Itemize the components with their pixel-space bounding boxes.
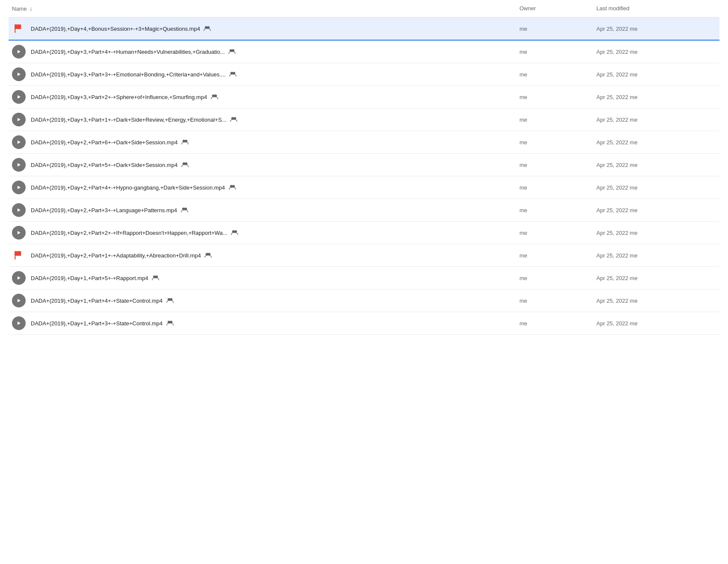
name-cell: DADA+(2019),+Day+2,+Part+6+-+Dark+Side+S… [12, 135, 520, 149]
name-column-header[interactable]: Name ↓ [12, 5, 520, 12]
owner-cell: me [520, 275, 596, 281]
file-name-text: DADA+(2019),+Day+2,+Part+2+-+If+Rapport+… [31, 229, 238, 237]
owner-cell: me [520, 252, 596, 259]
name-cell: DADA+(2019),+Day+3,+Part+2+-+Sphere+of+I… [12, 90, 520, 104]
modified-cell: Apr 25, 2022 me [596, 320, 716, 327]
table-row[interactable]: DADA+(2019),+Day+2,+Part+2+-+If+Rapport+… [9, 222, 719, 244]
play-icon [12, 271, 26, 285]
name-header-label: Name [12, 6, 27, 12]
table-row[interactable]: DADA+(2019),+Day+3,+Part+2+-+Sphere+of+I… [9, 86, 719, 108]
play-icon [12, 226, 26, 240]
file-name-label: DADA+(2019),+Day+4,+Bonus+Session+-+3+Ma… [31, 26, 200, 32]
shared-icon [181, 207, 188, 214]
name-cell: DADA+(2019),+Day+2,+Part+4+-+Hypno-gangb… [12, 181, 520, 194]
shared-icon [230, 116, 238, 123]
svg-marker-35 [18, 276, 21, 280]
name-cell: DADA+(2019),+Day+1,+Part+3+-+State+Contr… [12, 316, 520, 330]
file-name-text: DADA+(2019),+Day+2,+Part+1+-+Adaptabilit… [31, 252, 212, 259]
shared-icon [203, 25, 211, 32]
shared-icon [229, 184, 236, 191]
name-cell: DADA+(2019),+Day+3,+Part+3+-+Emotional+B… [12, 67, 520, 81]
table-row[interactable]: DADA+(2019),+Day+3,+Part+4+-+Human+Needs… [9, 41, 719, 63]
file-name-text: DADA+(2019),+Day+3,+Part+2+-+Sphere+of+I… [31, 94, 218, 101]
file-name-text: DADA+(2019),+Day+1,+Part+4+-+State+Contr… [31, 297, 174, 304]
svg-rect-32 [15, 251, 15, 260]
flag-icon [12, 22, 26, 35]
name-cell: DADA+(2019),+Day+2,+Part+1+-+Adaptabilit… [12, 248, 520, 262]
file-name-text: DADA+(2019),+Day+3,+Part+1+-+Dark+Side+R… [31, 116, 238, 123]
file-name-label: DADA+(2019),+Day+2,+Part+3+-+Language+Pa… [31, 207, 177, 213]
flag-icon [12, 248, 26, 262]
table-row[interactable]: DADA+(2019),+Day+1,+Part+4+-+State+Contr… [9, 289, 719, 312]
file-name-text: DADA+(2019),+Day+3,+Part+3+-+Emotional+B… [31, 71, 237, 78]
file-name-text: DADA+(2019),+Day+3,+Part+4+-+Human+Needs… [31, 48, 236, 56]
svg-rect-31 [15, 251, 21, 256]
shared-icon [229, 71, 237, 78]
modified-cell: Apr 25, 2022 me [596, 94, 716, 100]
owner-cell: me [520, 320, 596, 327]
owner-cell: me [520, 139, 596, 146]
play-icon [12, 316, 26, 330]
file-name-label: DADA+(2019),+Day+2,+Part+2+-+If+Rapport+… [31, 230, 227, 236]
svg-marker-4 [18, 50, 21, 53]
shared-icon [181, 161, 189, 169]
file-name-label: DADA+(2019),+Day+3,+Part+4+-+Human+Needs… [31, 49, 225, 55]
modified-cell: Apr 25, 2022 me [596, 207, 716, 213]
play-icon [12, 113, 26, 126]
modified-column-header[interactable]: Last modified [596, 5, 716, 12]
table-row[interactable]: DADA+(2019),+Day+3,+Part+3+-+Emotional+B… [9, 63, 719, 86]
table-body: DADA+(2019),+Day+4,+Bonus+Session+-+3+Ma… [9, 18, 719, 335]
table-row[interactable]: DADA+(2019),+Day+2,+Part+4+-+Hypno-gangb… [9, 176, 719, 199]
svg-marker-16 [18, 140, 21, 144]
name-cell: DADA+(2019),+Day+1,+Part+5+-+Rapport.mp4 [12, 271, 520, 285]
svg-marker-28 [18, 231, 21, 234]
table-row[interactable]: DADA+(2019),+Day+4,+Bonus+Session+-+3+Ma… [9, 18, 719, 41]
modified-cell: Apr 25, 2022 me [596, 275, 716, 281]
shared-icon [211, 94, 218, 101]
name-cell: DADA+(2019),+Day+3,+Part+4+-+Human+Needs… [12, 45, 520, 58]
play-icon [12, 90, 26, 104]
play-icon [12, 294, 26, 307]
file-name-text: DADA+(2019),+Day+2,+Part+6+-+Dark+Side+S… [31, 139, 189, 146]
table-row[interactable]: DADA+(2019),+Day+2,+Part+1+-+Adaptabilit… [9, 244, 719, 267]
svg-marker-25 [18, 208, 21, 212]
file-name-label: DADA+(2019),+Day+3,+Part+3+-+Emotional+B… [31, 71, 226, 78]
owner-cell: me [520, 26, 596, 32]
svg-rect-0 [15, 24, 21, 29]
svg-marker-38 [18, 299, 21, 302]
modified-cell: Apr 25, 2022 me [596, 252, 716, 259]
play-icon [12, 67, 26, 81]
file-name-label: DADA+(2019),+Day+3,+Part+2+-+Sphere+of+I… [31, 94, 207, 100]
table-row[interactable]: DADA+(2019),+Day+3,+Part+1+-+Dark+Side+R… [9, 108, 719, 131]
modified-cell: Apr 25, 2022 me [596, 71, 716, 78]
owner-cell: me [520, 230, 596, 236]
svg-marker-7 [18, 73, 21, 76]
owner-column-header[interactable]: Owner [520, 5, 596, 12]
owner-cell: me [520, 207, 596, 213]
shared-icon [166, 320, 174, 327]
owner-cell: me [520, 184, 596, 191]
file-name-label: DADA+(2019),+Day+2,+Part+1+-+Adaptabilit… [31, 252, 201, 259]
table-row[interactable]: DADA+(2019),+Day+2,+Part+3+-+Language+Pa… [9, 199, 719, 222]
table-row[interactable]: DADA+(2019),+Day+2,+Part+6+-+Dark+Side+S… [9, 131, 719, 154]
shared-icon [181, 139, 189, 146]
table-row[interactable]: DADA+(2019),+Day+1,+Part+3+-+State+Contr… [9, 312, 719, 335]
table-row[interactable]: DADA+(2019),+Day+1,+Part+5+-+Rapport.mp4… [9, 267, 719, 289]
shared-icon [152, 275, 159, 282]
name-cell: DADA+(2019),+Day+2,+Part+3+-+Language+Pa… [12, 203, 520, 217]
modified-cell: Apr 25, 2022 me [596, 298, 716, 304]
modified-cell: Apr 25, 2022 me [596, 139, 716, 146]
owner-cell: me [520, 71, 596, 78]
table-header: Name ↓ Owner Last modified [9, 0, 719, 18]
table-row[interactable]: DADA+(2019),+Day+2,+Part+5+-+Dark+Side+S… [9, 154, 719, 176]
owner-cell: me [520, 298, 596, 304]
file-name-label: DADA+(2019),+Day+1,+Part+3+-+State+Contr… [31, 320, 163, 327]
file-name-label: DADA+(2019),+Day+1,+Part+5+-+Rapport.mp4 [31, 275, 148, 281]
owner-cell: me [520, 49, 596, 55]
file-name-label: DADA+(2019),+Day+1,+Part+4+-+State+Contr… [31, 298, 163, 304]
file-name-text: DADA+(2019),+Day+2,+Part+5+-+Dark+Side+S… [31, 161, 189, 169]
play-icon [12, 158, 26, 172]
name-cell: DADA+(2019),+Day+2,+Part+5+-+Dark+Side+S… [12, 158, 520, 172]
name-cell: DADA+(2019),+Day+4,+Bonus+Session+-+3+Ma… [12, 22, 520, 35]
modified-cell: Apr 25, 2022 me [596, 49, 716, 55]
